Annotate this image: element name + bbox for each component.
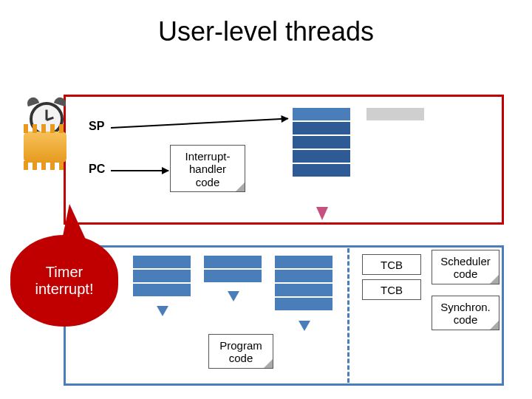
interrupt-handler-code-note: Interrupt- handler code: [170, 145, 245, 192]
diagram-title: User-level threads: [0, 16, 532, 47]
program-code-note: Program code: [208, 334, 273, 369]
sp-label: SP: [89, 120, 104, 133]
interrupt-handler-code-label: Interrupt- handler code: [177, 150, 239, 188]
synchron-code-note: Synchron. code: [432, 296, 499, 330]
user-box-divider: [347, 248, 349, 383]
pc-label: PC: [89, 163, 105, 176]
timer-interrupt-text: Timer interrupt!: [35, 264, 94, 298]
program-code-label: Program code: [215, 339, 267, 365]
scheduler-code-label: Scheduler code: [438, 255, 493, 281]
user-stack-2: [204, 256, 262, 284]
tcb-2: TCB: [362, 279, 421, 300]
user-stack-1: [133, 256, 191, 298]
cpu-clock-icon: [19, 102, 78, 168]
kernel-space-box: [64, 95, 504, 225]
scheduler-code-note: Scheduler code: [432, 250, 499, 284]
kernel-stack-1: [293, 108, 350, 178]
synchron-code-label: Synchron. code: [438, 301, 493, 327]
user-stack-3: [275, 256, 332, 312]
timer-interrupt-balloon: Timer interrupt!: [10, 235, 118, 327]
tcb-1: TCB: [362, 254, 421, 275]
kernel-stack-2: [366, 108, 424, 122]
